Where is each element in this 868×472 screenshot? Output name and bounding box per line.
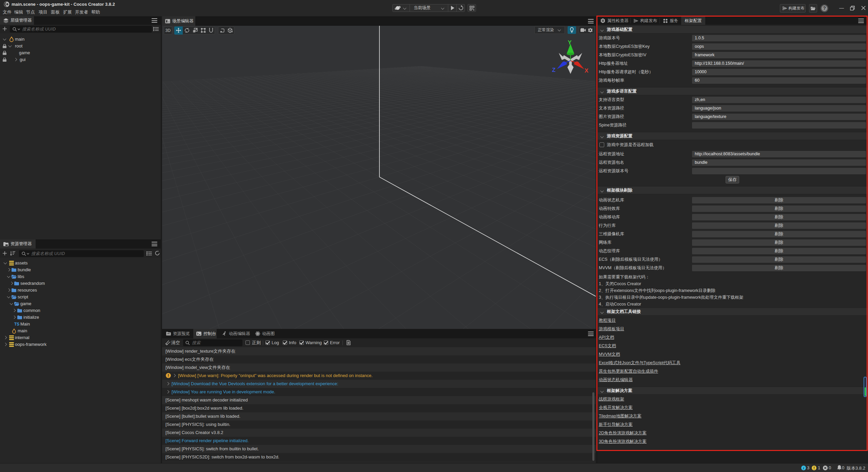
svg-text:Z: Z: [552, 67, 555, 73]
svg-text:X: X: [585, 67, 589, 74]
svg-text:Y: Y: [568, 40, 572, 46]
